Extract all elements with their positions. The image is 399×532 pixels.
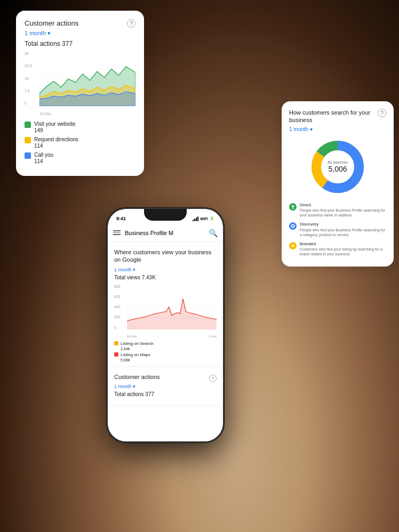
donut-chart: All searches 5,006 <box>308 138 367 196</box>
card1-period[interactable]: 1 month ▾ <box>25 30 135 37</box>
phone-content[interactable]: Where customers view your business on Go… <box>108 242 223 441</box>
search-type-card: How customers search for your business ?… <box>282 101 394 267</box>
card2-help-icon: ? <box>378 109 386 117</box>
phone-actions-period[interactable]: 1 month ▾ <box>114 384 217 389</box>
app-title: Business Profile M <box>125 230 204 236</box>
phone-actions-title: Customer actions <box>114 373 160 381</box>
signal-bars <box>193 216 198 221</box>
views-total: Total views 7.43K <box>114 275 217 280</box>
phone-screen: 9:41 WiFi 🔋 Business Profile M 🔍 <box>108 209 223 441</box>
phone-actions-help: ? <box>209 375 217 382</box>
svg-point-10 <box>292 205 294 207</box>
branded-label: Branded <box>300 241 386 247</box>
customer-actions-card: Customer actions ? 1 month ▾ Total actio… <box>16 11 144 176</box>
views-title: Where customers view your business on Go… <box>114 248 217 264</box>
views-period[interactable]: 1 month ▾ <box>114 267 217 272</box>
hamburger-menu[interactable] <box>113 230 121 235</box>
phone: 9:41 WiFi 🔋 Business Profile M 🔍 <box>107 208 224 442</box>
phone-actions-total: Total actions 377 <box>114 391 217 397</box>
branded-desc: Customers who find your listing by searc… <box>300 247 386 256</box>
direct-desc: People who find your Business Profile se… <box>300 208 386 217</box>
search-icon[interactable]: 🔍 <box>209 229 218 237</box>
views-section: Where customers view your business on Go… <box>108 242 223 367</box>
card1-title: Customer actions <box>25 19 78 27</box>
card2-period[interactable]: 1 month ▾ <box>289 126 386 132</box>
card1-total: Total actions 377 <box>25 40 135 47</box>
search-types-list: Direct People who find your Business Pro… <box>289 203 386 257</box>
direct-label: Direct <box>300 203 386 208</box>
views-chart: 800 600 400 200 0 <box>114 285 217 338</box>
svg-marker-14 <box>291 244 294 247</box>
discovery-label: Discovery <box>300 222 386 227</box>
phone-notch <box>144 209 187 221</box>
discovery-desc: People who find your Business Profile se… <box>300 228 386 237</box>
card1-help-icon: ? <box>127 19 135 28</box>
time-display: 9:41 <box>116 216 126 221</box>
views-legend: Listing on Search 2.34K Listing on Maps … <box>114 341 217 362</box>
phone-customer-actions: Customer actions ? 1 month ▾ Total actio… <box>108 367 223 406</box>
card2-title: How customers search for your business <box>289 109 374 124</box>
card1-chart: 30 22.5 15 7.5 0 19 Dec <box>25 52 135 116</box>
card1-legend: Visit your website 149 Request direction… <box>25 121 135 164</box>
svg-point-11 <box>292 225 294 228</box>
app-toolbar: Business Profile M 🔍 <box>108 224 223 242</box>
